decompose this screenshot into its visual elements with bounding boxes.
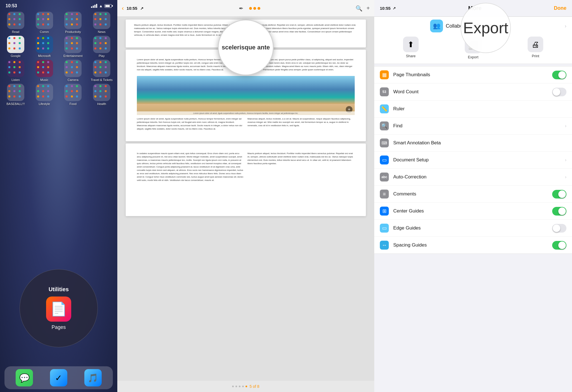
print-icon[interactable]: 🖨 [528,37,543,52]
comments-label: Comments [393,191,548,197]
folder-entertainment[interactable] [64,36,82,53]
page-thumbnails-label: Page Thumbnails [393,72,548,78]
folder-health[interactable] [93,84,110,101]
more-title: More [468,5,482,11]
folder-travel[interactable] [93,60,110,77]
app-group-productivity[interactable]: Productivity [62,12,84,34]
pages-app-icon[interactable]: 📄 [46,297,71,322]
app-group-listen[interactable]: Listen [4,60,27,82]
folder-play[interactable] [93,36,110,53]
page-col-right-3: Mauris pretium aliquet, lectus tincidunt… [247,152,355,182]
comments-toggle[interactable] [552,190,566,199]
app-row-1: Read Comm Productivity [4,12,113,34]
page-two-col-bottom: In sodales suspendisse mauris quam etiam… [137,152,355,184]
app-group-comm[interactable]: Comm [33,12,56,34]
more-item-smart-annotation: ⌨ Smart Annotation Beta [374,135,572,152]
export-square-icon: ⬜ [468,40,478,50]
page-dot-3 [239,386,240,387]
more-item-document-setup[interactable]: ▭ Document Setup › [374,152,572,169]
word-count-toggle[interactable] [552,88,566,96]
word-count-number-icon: 53 [382,90,386,94]
app-row-4: BASEBALL!!! Lifestyle Food [4,84,113,106]
dock-app3-icon[interactable]: 🎵 [84,369,102,386]
page-thumbnails-icon: ▦ [380,70,389,79]
spacing-arrows-icon: ↔ [382,242,387,248]
pages-pagination: 5 of 8 [117,381,374,392]
page-beach-image: + Lorem ipsum dolor sit amet, ligula sus… [137,76,355,115]
pages-search-icon[interactable]: 🔍 [356,5,363,12]
share-icon[interactable]: ⬆ [403,37,419,52]
app-group-read[interactable]: Read [4,12,27,34]
share-action[interactable]: ⬆ Share [403,37,419,59]
print-action[interactable]: 🖨 Print [528,37,543,59]
collaborate-icon[interactable]: 👥 [430,20,443,32]
dock-tasks-icon[interactable]: ✓ [50,369,67,386]
more-top-actions: 👥 Collaborate With Others › ⬆ Share ⬜ Ex… [374,17,572,64]
dot-1 [249,7,252,10]
doc-rect-icon: ▭ [382,157,387,163]
app-label-news: News [98,30,106,34]
folder-news[interactable] [93,12,110,29]
page-two-col-mid: Lorem ipsum dolor sit amet, ligula suspe… [137,117,355,133]
pages-document-panel: ‹ 10:55 ↗ ✒ 🔍 + scelerisque ante Mauris … [117,0,374,392]
pages-status-time: 10:55 [127,6,137,11]
export-action[interactable]: ⬜ Export [465,37,482,59]
share-arrow-icon: ⬆ [407,40,414,49]
page-dot-5 [246,386,247,387]
folder-google[interactable] [7,36,24,53]
more-item-auto-correction[interactable]: abc Auto-Correction › [374,169,572,186]
pages-back-button[interactable]: ‹ [122,5,124,12]
spacing-guides-toggle[interactable] [552,241,566,250]
edge-guides-toggle[interactable] [552,224,566,233]
pages-pen-icon[interactable]: ✒ [239,5,244,12]
more-item-find[interactable]: 🔍 Find › [374,118,572,135]
app-group-play[interactable]: Play [90,36,113,58]
folder-microsoft[interactable] [36,36,53,53]
app-group-entertainment[interactable]: Entertainment [62,36,84,58]
page-thumbnails-toggle[interactable] [552,71,566,79]
app-group-food[interactable]: Food [62,84,84,106]
more-done-button[interactable]: Done [554,5,566,11]
pages-toolbar: ‹ 10:55 ↗ ✒ 🔍 + [117,0,374,17]
pages-add-icon[interactable]: + [366,5,370,11]
utilities-folder-open[interactable]: Utilities 📄 Pages [20,269,98,347]
iphone-status-bar: 10:53 ▲ [0,0,117,9]
word-count-icon: 53 [380,87,389,96]
iphone-home-screen: 10:53 ▲ Read [0,0,117,392]
app-label-music: Music [40,78,48,82]
smart-annotation-icon: ⌨ [380,138,389,147]
folder-lifestyle[interactable] [36,84,53,101]
app-group-music[interactable]: Music [33,60,56,82]
app-group-baseball[interactable]: BASEBALL!!! [4,84,27,106]
folder-music[interactable] [36,60,53,77]
app-group-health[interactable]: Health [90,84,113,106]
folder-baseball[interactable] [7,84,24,101]
app-label-food: Food [70,102,77,106]
folder-comm[interactable] [36,12,53,29]
magnifier-loupe: scelerisque ante [218,20,274,75]
folder-productivity[interactable] [64,12,82,29]
center-guides-toggle[interactable] [552,207,566,216]
ruler-label: Ruler [393,106,566,112]
toggle-thumb-5 [553,224,560,232]
center-grid-icon: ⊞ [382,208,387,214]
find-icon: 🔍 [380,121,389,130]
signal-bars-icon [91,4,97,8]
app-group-lifestyle[interactable]: Lifestyle [33,84,56,106]
folder-listen[interactable] [7,60,24,77]
folder-read[interactable] [7,12,24,29]
app-group-news[interactable]: News [90,12,113,34]
app-group-travel[interactable]: Travel & Tickets [90,60,113,82]
more-menu-panel: 10:55 ↗ More Done 👥 Collaborate With Oth… [374,0,572,392]
more-menu-items: ▦ Page Thumbnails 53 Word Count 📏 Ruler [374,66,572,254]
folder-camera[interactable] [64,60,82,77]
export-icon[interactable]: ⬜ [465,37,482,53]
toggle-thumb [558,71,566,79]
app-group-camera[interactable]: Camera [62,60,84,82]
folder-food[interactable] [64,84,82,101]
toolbar-three-dots[interactable] [249,7,260,10]
app-group-microsoft[interactable]: Microsoft [33,36,56,58]
app-group-google[interactable]: Google [4,36,27,58]
dock-messages-icon[interactable]: 💬 [16,369,33,386]
messages-icon: 💬 [19,373,30,383]
